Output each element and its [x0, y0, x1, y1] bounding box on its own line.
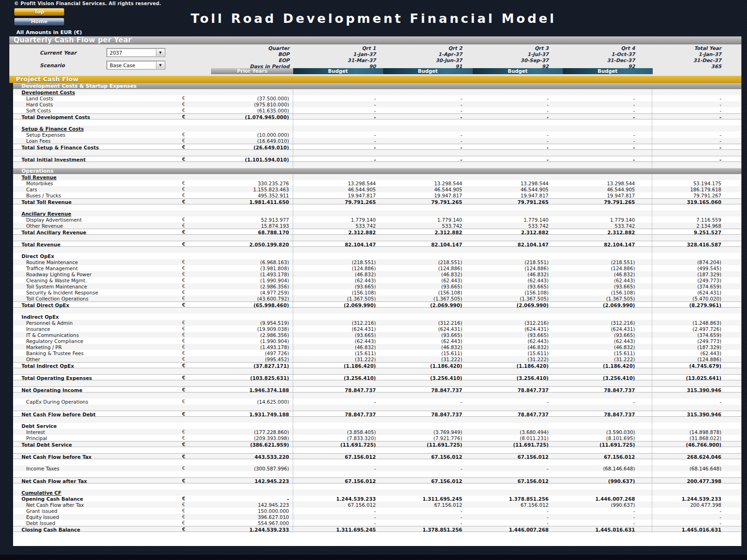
spacer-row	[13, 471, 741, 477]
value-cell	[293, 247, 380, 253]
project-cash-flow-band: Project Cash Flow	[9, 76, 741, 83]
table-row: Development Costs	[13, 89, 741, 95]
currency-symbol: €	[182, 344, 191, 350]
table-row: Total Direct OpEx€(65.998.460)(2.069.990…	[13, 301, 741, 308]
value-cell	[652, 423, 741, 429]
value-cell: -	[466, 465, 552, 471]
value-cell	[552, 308, 639, 314]
value-cell	[552, 417, 639, 423]
cashflow-sheet: Quarterly Cash Flow per Year Current Yea…	[9, 36, 741, 546]
spacer-row	[13, 308, 741, 314]
value-cell: -	[466, 95, 552, 101]
table-row: Total Development Costs€(1.074.945.000)-…	[13, 113, 741, 119]
value-cell: (499.545)	[652, 265, 741, 271]
value-cell: (2.986.356)	[191, 332, 293, 338]
value-cell	[293, 162, 380, 168]
value-cell: (93.665)	[293, 283, 380, 289]
footer-strip	[0, 555, 747, 560]
value-cell: -	[466, 138, 552, 144]
period-row: QuarterQrt 1Qrt 2Qrt 3Qrt 4Total Year	[13, 45, 741, 51]
value-cell	[639, 95, 652, 101]
value-cell	[639, 429, 652, 435]
value-cell	[293, 490, 380, 496]
value-cell	[466, 119, 552, 126]
value-cell: (61.635.000)	[191, 107, 293, 113]
value-cell	[652, 417, 741, 423]
row-label: Grant issued	[13, 508, 182, 514]
value-cell	[191, 204, 293, 210]
value-cell: (312.216)	[466, 320, 552, 326]
value-cell: -	[293, 107, 380, 113]
value-cell: 67.156.012	[293, 502, 380, 508]
value-cell: 13.298.544	[466, 180, 552, 186]
currency-symbol	[182, 447, 191, 453]
value-cell	[639, 314, 652, 320]
table-row: Setup & Finance Costs	[13, 126, 741, 132]
value-cell	[380, 253, 466, 259]
value-cell	[652, 89, 741, 95]
period-cell: Qrt 1	[293, 45, 380, 51]
value-cell	[293, 204, 380, 210]
value-cell	[191, 162, 293, 168]
value-cell: (156.108)	[380, 289, 466, 295]
value-cell: 533.742	[552, 223, 639, 229]
table-row: Cars€1.155.823.46346.544.90546.544.90546…	[13, 186, 741, 192]
period-cell: 31-Mar-37	[293, 57, 380, 63]
value-cell: 533.742	[293, 223, 380, 229]
value-cell	[466, 89, 552, 95]
table-row: CapEx During Operations€(14.625.000)----…	[13, 399, 741, 405]
currency-symbol	[182, 417, 191, 423]
value-cell: -	[380, 514, 466, 520]
value-cell: -	[380, 101, 466, 107]
spacer-row	[13, 417, 741, 423]
value-cell	[639, 138, 652, 144]
table-row: Insurance€(19.909.038)(624.431)(624.431)…	[13, 326, 741, 332]
value-cell	[293, 447, 380, 453]
currency-symbol: €	[182, 271, 191, 277]
value-cell	[191, 210, 293, 217]
value-cell: 52.913.977	[191, 217, 293, 223]
currency-symbol: €	[182, 180, 191, 186]
table-row: Direct OpEx	[13, 253, 741, 259]
table-row: Total Debt Service€(386.621.959)(11.691.…	[13, 441, 741, 447]
value-cell	[552, 150, 639, 156]
row-label	[13, 405, 182, 411]
value-cell	[639, 308, 652, 314]
value-cell	[552, 447, 639, 453]
row-label: Traffice Management	[13, 265, 182, 271]
currency-symbol: €	[182, 259, 191, 265]
value-cell	[639, 204, 652, 210]
value-cell: (31.222)	[552, 356, 639, 362]
period-row-label: EOP	[191, 57, 293, 63]
value-cell: 1.311.695.245	[380, 496, 466, 502]
period-cell	[182, 45, 191, 51]
value-cell	[466, 380, 552, 386]
row-label	[13, 247, 182, 253]
value-cell: (374.659)	[652, 332, 741, 338]
period-cell: 31-Dec-37	[652, 57, 741, 63]
value-cell	[639, 107, 652, 113]
value-cell: (15.611)	[293, 350, 380, 356]
period-row: BOP1-Jan-371-Apr-371-Jul-371-Oct-371-Jan…	[13, 51, 741, 57]
value-cell: (124.886)	[293, 265, 380, 271]
control-panel: Current Year 2037 ▼ Scenario Base Case ▼…	[9, 44, 741, 76]
value-cell: 2.134.968	[652, 223, 741, 229]
value-cell	[552, 490, 639, 496]
value-cell: -	[293, 520, 380, 526]
value-cell	[652, 447, 741, 453]
value-cell	[380, 308, 466, 314]
value-cell	[293, 405, 380, 411]
row-label	[13, 162, 182, 168]
value-cell: -	[293, 95, 380, 101]
value-cell: (68.146.648)	[552, 465, 639, 471]
value-cell	[552, 368, 639, 374]
value-cell: (68.146.648)	[652, 465, 741, 471]
value-cell	[552, 204, 639, 210]
value-cell	[639, 283, 652, 289]
currency-symbol	[182, 162, 191, 168]
table-row: Closing Cash Balance€1.244.539.2331.311.…	[13, 526, 741, 532]
currency-symbol: €	[182, 520, 191, 526]
value-cell	[191, 447, 293, 453]
value-cell: 533.742	[380, 223, 466, 229]
value-cell: 533.742	[466, 223, 552, 229]
